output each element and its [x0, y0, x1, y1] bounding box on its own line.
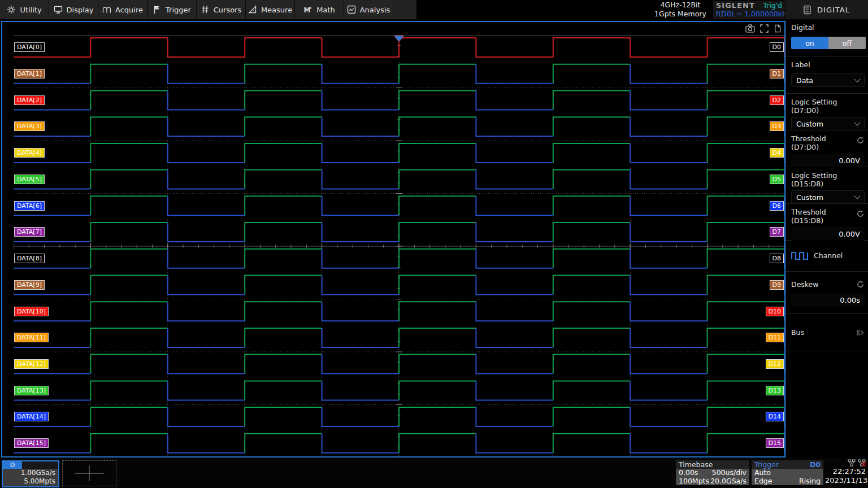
channel-label-D14[interactable]: DATA[14]	[14, 412, 49, 421]
trace-high-D5	[90, 170, 784, 189]
channel-label-D8[interactable]: DATA[8]	[14, 254, 45, 263]
channel-label-D7[interactable]: DATA[7]	[14, 227, 45, 237]
menu-item-acquire[interactable]: Acquire	[98, 0, 147, 19]
threshold2-field[interactable]: 0.00V	[791, 227, 865, 241]
digital-on-button[interactable]: on	[791, 37, 828, 49]
channel-label-D1[interactable]: DATA[1]	[14, 69, 45, 79]
trigger-mode: Auto	[754, 469, 771, 477]
channel-label-D2[interactable]: DATA[2]	[14, 95, 45, 105]
channel-label-D12[interactable]: DATA[12]	[14, 359, 49, 369]
threshold2-section: Threshold (D15:D8) 0.00V	[786, 204, 868, 241]
clock-block[interactable]: 22:27:52 2023/11/13	[825, 459, 866, 486]
logic-setting2-section: Logic Setting (D15:D8) Custom	[786, 167, 868, 204]
menu-item-label: Measure	[261, 6, 292, 14]
menu-item-label: Analysis	[360, 6, 390, 14]
display-icon	[54, 5, 63, 14]
channel-badge-D14[interactable]: D14	[766, 412, 784, 421]
camera-icon[interactable]	[745, 24, 755, 33]
channel-label-D10[interactable]: DATA[10]	[14, 307, 49, 316]
lan-disconnected-icon	[858, 459, 866, 467]
channel-badge-D0[interactable]: D0	[770, 42, 784, 52]
menu-item-label: Math	[316, 6, 335, 14]
channel-badge-D3[interactable]: D3	[770, 121, 784, 131]
siglent-logo: SIGLENT	[716, 1, 755, 10]
trigger-source: D0	[810, 460, 821, 469]
channel-label-D15[interactable]: DATA[15]	[14, 438, 49, 448]
menu-item-analysis[interactable]: Analysis	[344, 0, 393, 19]
menu-item-utility[interactable]: Utility	[0, 0, 49, 19]
menu-item-math[interactable]: MxMath	[295, 0, 344, 19]
flag-icon	[153, 5, 162, 14]
threshold1-subtitle: (D7:D0)	[791, 143, 864, 151]
square-wave-icon	[791, 250, 808, 260]
digital-sample-rate: 1.00GSa/s	[3, 469, 58, 477]
page-flip-icon[interactable]	[774, 24, 782, 33]
channel-badge-D4[interactable]: D4	[770, 148, 784, 158]
channel-label-D3[interactable]: DATA[3]	[14, 121, 45, 131]
trace-high-D3	[90, 117, 784, 136]
timebase-descriptor[interactable]: Timebase 0.00s 500us/div 100Mpts 20.0GSa…	[676, 460, 749, 485]
trace-high-D4	[90, 143, 784, 163]
label-dropdown[interactable]: Data	[791, 73, 865, 87]
refresh-icon[interactable]	[857, 136, 864, 146]
refresh-icon[interactable]	[857, 209, 864, 220]
trigger-descriptor[interactable]: Trigger D0 Auto Edge Rising	[752, 460, 823, 485]
chevron-down-icon	[854, 193, 860, 199]
bus-expand-icon[interactable]	[856, 328, 864, 338]
threshold1-field[interactable]: 0.00V	[791, 154, 865, 167]
analysis-icon	[347, 5, 356, 14]
channel-badge-D2[interactable]: D2	[770, 95, 784, 105]
measure-icon	[248, 5, 257, 14]
digital-panel-header[interactable]: DIGITAL	[785, 0, 868, 20]
digital-channel-descriptor[interactable]: D 1.00GSa/s 5.00Mpts	[2, 460, 59, 487]
fullscreen-icon[interactable]	[760, 24, 769, 33]
channel-badge-D6[interactable]: D6	[770, 201, 784, 211]
channel-badge-D12[interactable]: D12	[766, 359, 784, 369]
label-section: Label Data	[786, 56, 868, 94]
trace-high-D13	[90, 381, 784, 400]
refresh-icon[interactable]	[857, 280, 864, 290]
channel-label-D5[interactable]: DATA[5]	[14, 175, 45, 184]
trace-high-D1	[90, 64, 784, 84]
channel-label-D6[interactable]: DATA[6]	[14, 201, 45, 211]
trigger-position-marker[interactable]	[394, 36, 404, 42]
menu-item-display[interactable]: Display	[49, 0, 98, 19]
menu-item-trigger[interactable]: Trigger	[147, 0, 197, 19]
trace-high-D0	[90, 38, 784, 57]
svg-text:x: x	[310, 5, 313, 10]
add-channel-slot[interactable]	[62, 460, 116, 486]
channel-badge-D13[interactable]: D13	[766, 386, 784, 395]
threshold1-title: Threshold	[791, 134, 864, 143]
channel-badge-D15[interactable]: D15	[766, 438, 784, 448]
channel-badge-D11[interactable]: D11	[766, 333, 784, 342]
channel-label-D13[interactable]: DATA[13]	[14, 386, 49, 395]
logic2-dropdown[interactable]: Custom	[791, 190, 865, 204]
menu-item-label: Utility	[20, 6, 41, 14]
timebase-delay: 0.00s	[679, 469, 698, 477]
channel-badge-D9[interactable]: D9	[770, 280, 784, 290]
brand-status-block: SIGLENT Trig'd f(D0) = 1.000000kHz	[713, 1, 785, 19]
channel-badge-D1[interactable]: D1	[770, 69, 784, 79]
channel-label-D11[interactable]: DATA[11]	[14, 333, 49, 342]
digital-off-button[interactable]: off	[828, 37, 866, 49]
channel-badge-D7[interactable]: D7	[770, 227, 784, 237]
menu-item-cursors[interactable]: Cursors	[197, 0, 246, 19]
channel-badge-D8[interactable]: D8	[770, 254, 784, 263]
logic1-dropdown[interactable]: Custom	[791, 117, 865, 130]
clock-date: 2023/11/13	[825, 476, 866, 485]
acquire-icon	[102, 5, 111, 14]
channel-menu-item[interactable]: Channel	[791, 250, 864, 260]
digital-onoff-section: Digital on off	[786, 19, 868, 56]
logic2-dropdown-value: Custom	[796, 193, 823, 202]
trigger-title: Trigger	[754, 460, 779, 469]
menu-item-measure[interactable]: Measure	[246, 0, 295, 19]
channel-badge-D5[interactable]: D5	[770, 175, 784, 184]
channel-badge-D10[interactable]: D10	[766, 307, 784, 316]
trace-high-D9	[90, 276, 784, 295]
logic2-title: Logic Setting	[791, 171, 864, 180]
deskew-field[interactable]: 0.00s	[791, 293, 865, 307]
channel-label-D9[interactable]: DATA[9]	[14, 280, 45, 290]
channel-label-D0[interactable]: DATA[0]	[14, 42, 45, 52]
channel-label-D4[interactable]: DATA[4]	[14, 148, 45, 158]
clock-time: 22:27:52	[825, 467, 866, 476]
